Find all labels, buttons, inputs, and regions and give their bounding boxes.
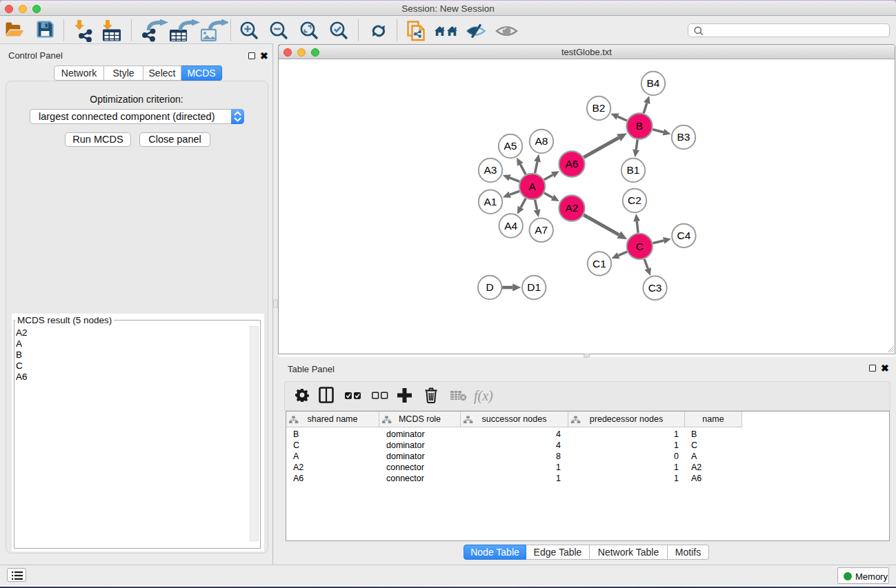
svg-text:B3: B3 xyxy=(677,131,690,143)
svg-text:C1: C1 xyxy=(593,258,606,270)
svg-text:A: A xyxy=(528,181,536,192)
svg-text:A2: A2 xyxy=(566,202,579,214)
svg-text:D: D xyxy=(486,281,493,293)
svg-text:C: C xyxy=(636,241,644,252)
svg-text:A5: A5 xyxy=(504,140,517,152)
svg-text:A1: A1 xyxy=(484,196,497,207)
svg-text:B1: B1 xyxy=(627,164,640,176)
svg-text:f(x): f(x) xyxy=(474,388,493,404)
svg-text:B: B xyxy=(636,120,643,132)
svg-text:B2: B2 xyxy=(593,102,606,114)
svg-text:D1: D1 xyxy=(527,281,541,293)
svg-text:C2: C2 xyxy=(628,194,641,206)
svg-text:C4: C4 xyxy=(677,230,690,241)
svg-text:B4: B4 xyxy=(647,77,660,89)
svg-text:C3: C3 xyxy=(648,282,662,294)
svg-text:A6: A6 xyxy=(566,158,579,170)
svg-text:A4: A4 xyxy=(504,220,517,232)
svg-text:A8: A8 xyxy=(535,135,548,147)
svg-text:A3: A3 xyxy=(484,164,497,176)
svg-text:A7: A7 xyxy=(535,224,548,236)
